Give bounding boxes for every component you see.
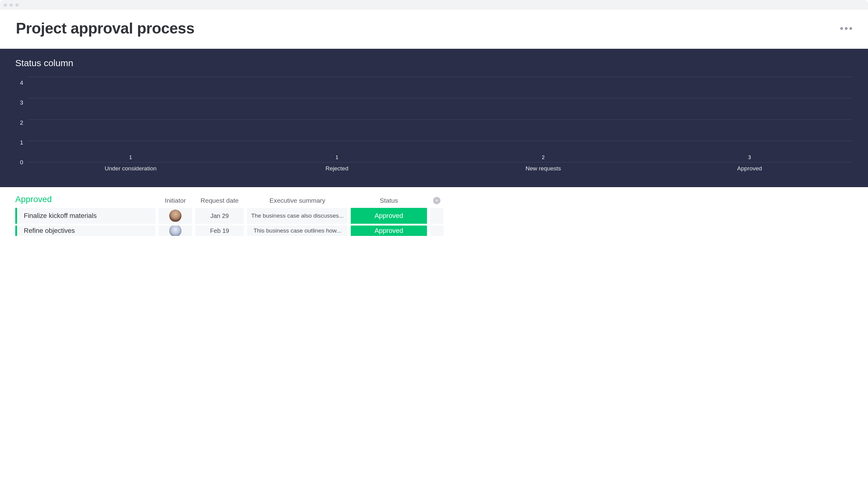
cell-status[interactable]: Approved <box>351 226 427 236</box>
y-tick-label: 2 <box>20 119 23 125</box>
y-tick-label: 4 <box>20 80 23 86</box>
avatar <box>169 210 182 222</box>
group-title[interactable]: Approved <box>15 195 156 204</box>
x-tick-label: Approved <box>647 165 853 172</box>
cell-initiator[interactable] <box>158 226 192 236</box>
window-titlebar <box>0 0 868 10</box>
add-column-button[interactable]: + <box>430 197 443 204</box>
chart-x-axis: Under considerationRejectedNew requestsA… <box>28 165 853 172</box>
chart-gridline <box>28 119 853 120</box>
more-menu-button[interactable] <box>840 27 852 30</box>
chart-gridline <box>28 77 853 77</box>
y-tick-label: 3 <box>20 100 23 105</box>
table-row[interactable]: Refine objectives Feb 19 This business c… <box>15 226 853 236</box>
table-header: Approved Initiator Request date Executiv… <box>15 195 853 204</box>
chart-widget: Status column 43210 1123 Under considera… <box>0 49 868 187</box>
window-control-close[interactable] <box>4 3 7 7</box>
chart-title: Status column <box>15 58 853 68</box>
y-tick-label: 0 <box>20 159 23 165</box>
chart-gridline <box>28 162 853 163</box>
bar-value-label: 1 <box>335 155 338 160</box>
avatar <box>169 226 182 236</box>
column-header-initiator[interactable]: Initiator <box>158 197 192 204</box>
dots-horizontal-icon <box>840 27 843 30</box>
x-tick-label: New requests <box>440 165 647 172</box>
bar-value-label: 2 <box>542 155 545 160</box>
chart-plot: 1123 <box>28 77 853 162</box>
chart-bar[interactable]: 3 <box>647 155 853 162</box>
cell-exec-summary[interactable]: The business case also discusses... <box>247 208 348 224</box>
page-title: Project approval process <box>16 20 194 37</box>
row-title[interactable]: Finalize kickoff materials <box>15 208 156 224</box>
dots-horizontal-icon <box>845 27 848 30</box>
column-header-status[interactable]: Status <box>351 197 427 204</box>
row-end <box>430 226 443 236</box>
cell-initiator[interactable] <box>158 208 192 224</box>
bar-value-label: 1 <box>129 155 132 160</box>
app-window: Project approval process Status column 4… <box>0 0 868 236</box>
cell-status[interactable]: Approved <box>351 208 427 224</box>
row-title[interactable]: Refine objectives <box>15 226 156 236</box>
cell-request-date[interactable]: Jan 29 <box>195 208 244 224</box>
column-header-request-date[interactable]: Request date <box>195 197 244 204</box>
chart-gridline <box>28 98 853 98</box>
window-control-minimize[interactable] <box>9 3 13 7</box>
column-header-exec-summary[interactable]: Executive summary <box>247 197 348 204</box>
x-tick-label: Under consideration <box>28 165 234 172</box>
bar-value-label: 3 <box>748 155 751 160</box>
chart-bar[interactable]: 1 <box>234 155 441 162</box>
table-row[interactable]: Finalize kickoff materials Jan 29 The bu… <box>15 208 853 224</box>
chart-bar[interactable]: 2 <box>440 155 647 162</box>
y-tick-label: 1 <box>20 139 23 145</box>
chart-plot-area: 43210 1123 <box>15 77 853 162</box>
chart-y-axis: 43210 <box>15 77 28 162</box>
chart-bar[interactable]: 1 <box>28 155 234 162</box>
dots-horizontal-icon <box>849 27 852 30</box>
x-tick-label: Rejected <box>234 165 441 172</box>
page-header: Project approval process <box>0 10 868 49</box>
plus-icon: + <box>433 197 441 204</box>
table-section: Approved Initiator Request date Executiv… <box>0 187 868 236</box>
chart-gridline <box>28 141 853 141</box>
table-rows: Finalize kickoff materials Jan 29 The bu… <box>15 208 853 236</box>
row-end <box>430 208 443 224</box>
window-control-maximize[interactable] <box>15 3 19 7</box>
cell-request-date[interactable]: Feb 19 <box>195 226 244 236</box>
cell-exec-summary[interactable]: This business case outlines how... <box>247 226 348 236</box>
